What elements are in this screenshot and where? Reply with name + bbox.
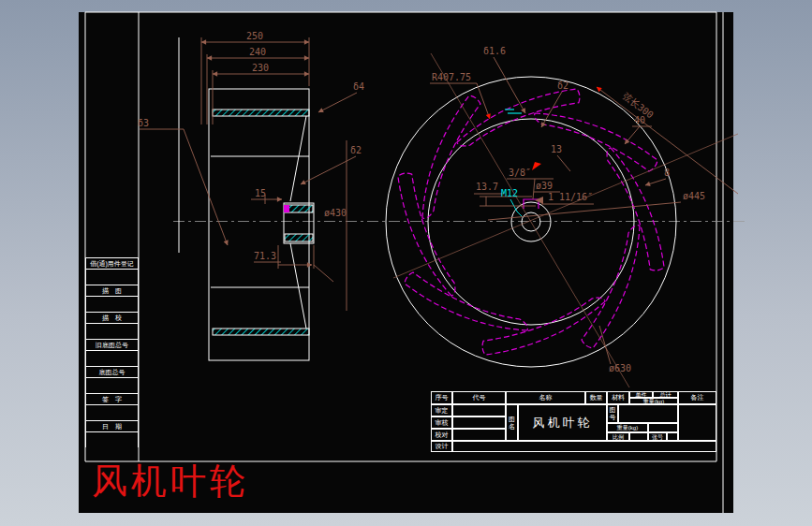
dim-250: 250 [246,31,263,41]
label-drawing-name: 图名 [506,404,518,441]
revision-strip-label: 日 期 [86,420,138,432]
label-sheet: 张号 [648,432,667,441]
dim-delta2-side: δ2 [350,145,362,155]
header-remark: 备注 [678,391,716,404]
dim-3-8: 3/8″ [509,168,531,178]
side-view-outline [179,37,314,360]
drawing-no-value [618,404,678,423]
dim-delta3: δ3 [138,118,149,128]
dim-dia445: ø445 [683,191,705,201]
design-value [452,441,716,452]
revision-strip-label: 签 字 [86,393,138,405]
dim-13-7: 13.7 [476,182,498,192]
dim-71-3: 71.3 [254,251,276,261]
dim-dia430: ø430 [324,208,347,218]
dim-8: 8 [664,168,670,178]
dimension-texts: 250 240 230 δ4 δ3 δ2 15 ø430 71.3 δ1.6 R… [138,31,705,373]
dim-thread-M12: M12 [501,188,518,198]
header-seq: 序号 [431,391,452,404]
header-total: 总计 [653,391,678,398]
remark-column [678,404,716,441]
revision-strip-cell [86,324,138,339]
revision-strip-cell [86,351,138,366]
label-weight: 重量(kg) [607,423,648,432]
revision-strip-label: 旧底图总号 [86,339,138,351]
cell-review-value [452,416,506,429]
drawing-name: 风机叶轮 [518,404,607,441]
dim-230: 230 [252,63,269,73]
keyway-section [284,205,289,212]
label-drawing-no: 图号 [607,404,618,423]
dim-dia630: ø630 [609,363,631,373]
revision-strip-cell [86,405,138,420]
dim-dia39: ø39 [536,181,553,191]
header-material: 材料 [607,391,629,404]
dim-15: 15 [255,188,266,198]
cell-proof-value [452,429,506,441]
dim-13: 13 [551,144,562,154]
sheet-value [667,432,678,441]
revision-strip-label: 底图总号 [86,366,138,378]
title-block: 序号 代号 名称 数量 材料 单件 总计 重量(kg) 备注 审定 审核 校对 … [431,391,716,452]
row-review: 审核 [431,416,452,429]
cell-approve-value [452,404,506,416]
dim-delta1-6: δ1.6 [483,46,506,56]
hub-details [505,110,539,217]
section-lines [393,53,738,387]
header-unit: 单件 [629,391,653,398]
header-weight: 重量(kg) [629,398,678,404]
revision-strip-cell [86,432,138,447]
label-scale: 比例 [607,432,629,441]
dim-1-11-16: 1 11/16″ [548,192,593,202]
revision-strip: 借(通)用件登记 描 图 描 校 旧底图总号 底图总号 签 字 日 期 [85,257,139,447]
header-code: 代号 [452,391,506,404]
revision-strip-cell [86,270,138,285]
row-design: 设计 [431,441,452,452]
row-proof: 校对 [431,429,452,441]
desktop: 250 240 230 δ4 δ3 δ2 15 ø430 71.3 δ1.6 R… [0,0,812,526]
drawing-title-stamp: 风机叶轮 [92,460,249,502]
weight-value [648,423,678,432]
dim-40: 40 [634,115,645,125]
revision-strip-label: 借(通)用件登记 [86,257,138,270]
dimension-lines [140,37,738,364]
header-qty: 数量 [585,391,607,404]
dim-delta4: δ4 [353,81,364,92]
revision-strip-label: 描 校 [86,312,138,324]
header-name: 名称 [506,391,585,404]
scale-value [629,432,648,441]
dim-delta2-front: δ2 [557,80,568,91]
revision-strip-label: 描 图 [86,285,138,297]
revision-strip-cell [86,297,138,312]
dim-radius: R407.75 [432,72,471,82]
dim-240: 240 [249,47,266,57]
revision-strip-cell [86,378,138,393]
row-approve: 审定 [431,404,452,416]
